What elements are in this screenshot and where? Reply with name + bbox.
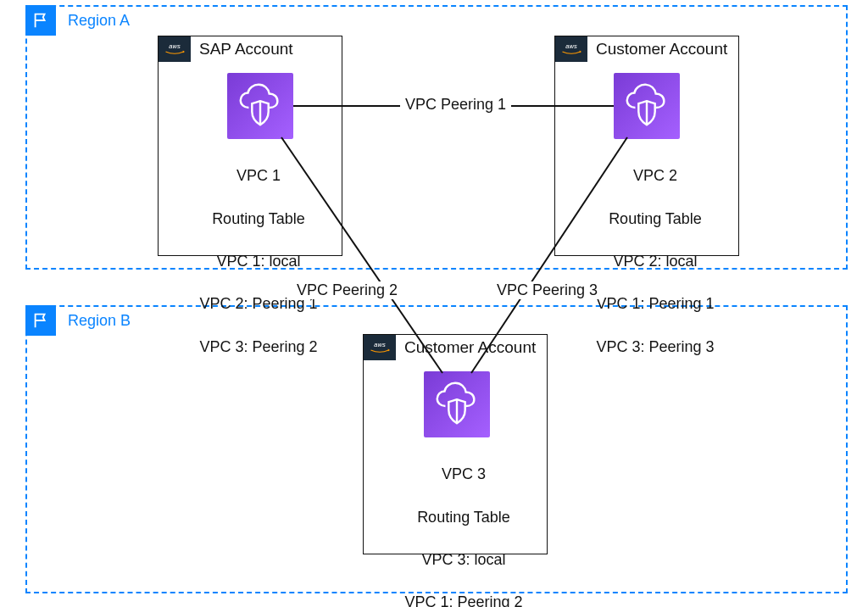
route-entry: VPC 1: local: [216, 253, 300, 270]
region-flag-icon: [25, 305, 56, 336]
aws-logo-icon: aws: [159, 36, 191, 62]
svg-text:aws: aws: [374, 341, 386, 348]
region-flag-icon: [25, 5, 56, 36]
peering-3-label: VPC Peering 3: [492, 281, 603, 299]
peering-2-label: VPC Peering 2: [292, 281, 403, 299]
route-entry: VPC 3: Peering 2: [199, 338, 317, 355]
route-entry: VPC 3: Peering 3: [596, 338, 714, 355]
vpc-name: VPC 3: [442, 465, 486, 482]
route-entry: VPC 1: Peering 2: [404, 593, 522, 607]
route-entry: VPC 2: local: [613, 253, 697, 270]
account-title: SAP Account: [199, 40, 293, 58]
routing-table-title: Routing Table: [609, 210, 702, 227]
svg-text:aws: aws: [565, 42, 577, 50]
svg-text:aws: aws: [169, 42, 181, 50]
aws-logo-icon: aws: [364, 335, 396, 360]
aws-logo-icon: aws: [555, 36, 587, 62]
vpc-shield-icon: [424, 371, 490, 437]
vpc-shield-icon: [227, 73, 293, 139]
peering-1-label: VPC Peering 1: [400, 96, 511, 114]
region-b-label: Region B: [68, 312, 131, 330]
vpc1-text: VPC 1 Routing Table VPC 1: local VPC 2: …: [158, 144, 342, 379]
route-entry: VPC 3: local: [421, 551, 505, 568]
region-a-label: Region A: [68, 12, 130, 30]
vpc-name: VPC 1: [236, 167, 281, 184]
vpc-name: VPC 2: [633, 167, 677, 184]
routing-table-title: Routing Table: [417, 509, 510, 526]
account-title: Customer Account: [596, 40, 727, 58]
vpc-shield-icon: [614, 73, 680, 139]
routing-table-title: Routing Table: [212, 210, 305, 227]
vpc3-text: VPC 3 Routing Table VPC 3: local VPC 1: …: [363, 443, 548, 607]
account-title: Customer Account: [404, 338, 536, 357]
route-entry: VPC 1: Peering 1: [596, 295, 714, 312]
vpc2-text: VPC 2 Routing Table VPC 2: local VPC 1: …: [554, 144, 739, 379]
diagram-canvas: Region A Region B aws SAP Account VPC 1 …: [0, 0, 868, 607]
